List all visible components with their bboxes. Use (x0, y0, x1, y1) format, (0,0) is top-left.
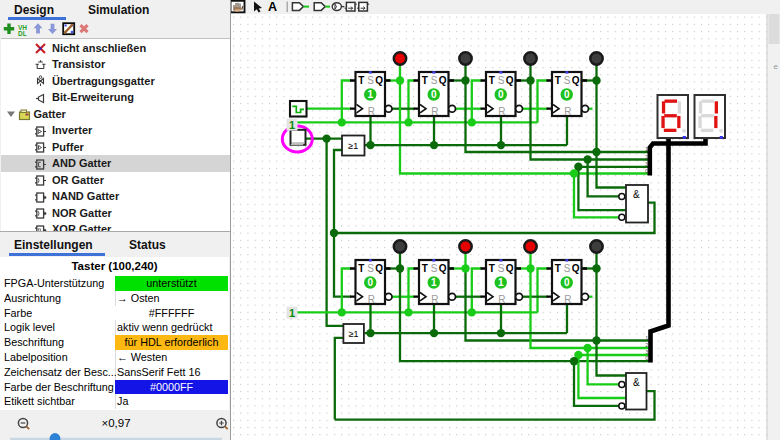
svg-text:≥1: ≥1 (348, 141, 358, 151)
svg-text:S: S (564, 75, 571, 86)
svg-text:e: e (774, 62, 779, 71)
svg-text:1: 1 (498, 277, 504, 288)
svg-text:Q: Q (506, 263, 514, 274)
svg-text:DL: DL (18, 30, 27, 37)
svg-text:T: T (555, 75, 561, 86)
svg-text:T: T (422, 263, 428, 274)
svg-text:R: R (564, 294, 571, 305)
svg-text:R: R (368, 106, 375, 117)
svg-text:1: 1 (289, 307, 295, 319)
svg-text:S: S (564, 263, 571, 274)
svg-text:3: 3 (645, 161, 648, 167)
svg-text:Q: Q (375, 75, 383, 86)
svg-text:S: S (431, 75, 438, 86)
svg-text:3: 3 (645, 349, 648, 355)
svg-text:0: 0 (645, 168, 648, 174)
svg-text:≥1: ≥1 (349, 329, 359, 339)
svg-text:R: R (431, 106, 438, 117)
svg-text:0: 0 (564, 89, 570, 100)
svg-text:S: S (367, 75, 374, 86)
svg-text:S: S (367, 263, 374, 274)
svg-text:T: T (422, 75, 428, 86)
svg-text:0: 0 (498, 89, 504, 100)
svg-text:1: 1 (431, 277, 437, 288)
svg-text:R: R (564, 106, 571, 117)
svg-text:R: R (368, 294, 375, 305)
svg-text:R: R (498, 294, 505, 305)
svg-text:&: & (633, 377, 640, 388)
svg-text:Q: Q (572, 75, 580, 86)
svg-text:×0,97: ×0,97 (101, 417, 130, 429)
svg-text:R: R (431, 294, 438, 305)
svg-text:R: R (498, 106, 505, 117)
svg-text:2: 2 (645, 342, 648, 348)
svg-text:1: 1 (289, 119, 295, 131)
svg-text:S: S (498, 75, 505, 86)
svg-text:T: T (358, 75, 364, 86)
svg-text:T: T (358, 263, 364, 274)
svg-text:0: 0 (645, 355, 648, 361)
svg-text:2: 2 (645, 154, 648, 160)
svg-text:T: T (555, 263, 561, 274)
svg-text:Q: Q (506, 75, 514, 86)
svg-text:T: T (489, 263, 495, 274)
svg-text:A: A (268, 0, 277, 14)
svg-text:Q: Q (439, 263, 447, 274)
svg-text:Q: Q (572, 263, 580, 274)
svg-text:&: & (633, 189, 640, 200)
svg-text:0: 0 (431, 89, 437, 100)
svg-text:1: 1 (645, 335, 648, 341)
svg-text:0: 0 (367, 277, 373, 288)
svg-text:1: 1 (367, 89, 373, 100)
svg-text:0: 0 (564, 277, 570, 288)
svg-text:Q: Q (439, 75, 447, 86)
svg-text:1: 1 (645, 146, 648, 152)
svg-text:Q: Q (375, 263, 383, 274)
svg-text:T: T (489, 75, 495, 86)
svg-text:S: S (498, 263, 505, 274)
svg-text:S: S (431, 263, 438, 274)
